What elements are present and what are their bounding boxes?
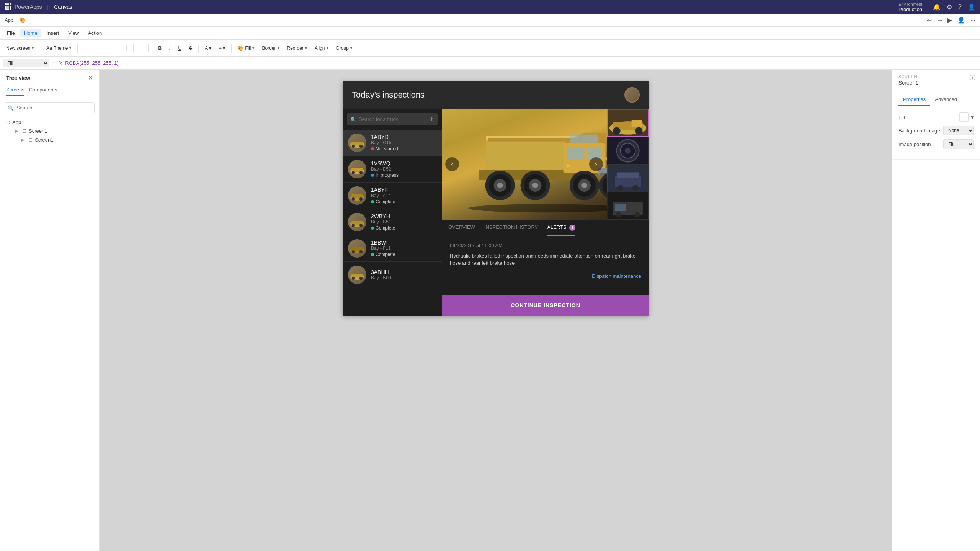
truck-avatar-img-5 — [348, 239, 366, 258]
truck-avatar-5 — [348, 239, 366, 258]
app-btn[interactable]: App — [5, 17, 13, 23]
status-dot-2 — [371, 174, 374, 177]
align-layout-button[interactable]: Align ▾ — [312, 44, 332, 52]
main-area: Tree view ✕ Screens Components 🔍 ⬡ App ▶… — [0, 70, 980, 551]
toolbar-divider-1 — [40, 44, 40, 53]
screen-section-label: SCREEN — [898, 74, 974, 79]
bold-button[interactable]: B — [155, 44, 165, 52]
fill-color-swatch[interactable] — [959, 112, 969, 122]
property-select[interactable]: Fill — [3, 59, 49, 67]
reorder-button[interactable]: Reorder ▾ — [284, 44, 310, 52]
play-icon[interactable]: ▶ — [947, 16, 952, 24]
truck-bay-1: Bay - C15 — [371, 140, 437, 145]
status-text-2: In progress — [376, 173, 399, 178]
more-icon[interactable]: ··· — [970, 17, 975, 24]
new-screen-label: New screen — [6, 46, 30, 51]
truck-name-3: 1ABYF — [371, 187, 437, 193]
underline-button[interactable]: U — [175, 44, 185, 52]
group-label: Group — [336, 46, 349, 51]
menu-view[interactable]: View — [64, 29, 83, 37]
right-panel-tab-advanced[interactable]: Advanced — [930, 93, 962, 106]
svg-point-19 — [359, 250, 363, 253]
gear-icon[interactable]: ⚙ — [947, 3, 952, 11]
font-size-input[interactable] — [133, 44, 149, 52]
screen-icon-1: ☐ — [22, 129, 26, 134]
truck-prev-button[interactable]: ‹ — [445, 157, 459, 171]
menu-action[interactable]: Action — [84, 29, 106, 37]
truck-item-2wbyh[interactable]: 2WBYH Bay - B51 Complete — [343, 209, 442, 235]
bell-icon[interactable]: 🔔 — [933, 3, 941, 11]
new-screen-button[interactable]: New screen ▾ — [3, 44, 37, 52]
redo-icon[interactable]: ↪ — [937, 16, 942, 24]
truck-detail: ‹ › — [442, 109, 649, 316]
toolbar-divider-3 — [130, 44, 130, 53]
tab-alerts[interactable]: ALERTS 1 — [547, 220, 575, 236]
truck-item-1vswq[interactable]: 1VSWQ Bay - B52 In progress — [343, 156, 442, 183]
formula-input[interactable] — [65, 60, 977, 66]
right-panel-tab-properties[interactable]: Properties — [898, 93, 930, 106]
truck-mini-svg-6 — [350, 269, 365, 280]
toolbar-divider-6 — [231, 44, 232, 53]
truck-thumb-4[interactable] — [607, 192, 649, 220]
truck-name-5: 1BBWF — [371, 240, 437, 246]
alert-divider — [450, 282, 641, 282]
alert-text: Hydraulic brakes failed inspection and n… — [450, 252, 641, 267]
strikethrough-button[interactable]: S — [186, 44, 195, 52]
svg-point-69 — [635, 212, 640, 218]
continue-inspection-button[interactable]: CONTINUE INSPECTION — [442, 295, 649, 316]
truck-status-2: In progress — [371, 173, 437, 178]
italic-button[interactable]: I — [166, 44, 173, 52]
menu-file[interactable]: File — [3, 29, 19, 37]
sidebar-search-input[interactable] — [5, 102, 95, 113]
sidebar-close-button[interactable]: ✕ — [88, 74, 93, 82]
tree-item-app[interactable]: ⬡ App — [0, 118, 99, 127]
fill-button[interactable]: 🎨 Fill ▾ — [235, 44, 257, 52]
truck-search-icon: 🔍 — [350, 116, 356, 122]
tree-item-screen1-child[interactable]: ▶ ☐ Screen1 — [0, 135, 99, 144]
menu-insert[interactable]: Insert — [43, 29, 63, 37]
right-panel-tabs-section: Properties Advanced Fill ▾ Background im… — [892, 87, 980, 160]
menu-home[interactable]: Home — [20, 29, 41, 37]
truck-item-1abyf[interactable]: 1ABYF Bay - A14 Complete — [343, 183, 442, 209]
svg-point-15 — [359, 224, 363, 227]
dispatch-maintenance-link[interactable]: Dispatch maintenance — [450, 273, 641, 279]
help-icon[interactable]: ? — [958, 3, 962, 10]
font-input[interactable] — [81, 44, 127, 52]
theme-toggle-icon[interactable]: 🎨 — [20, 17, 26, 23]
tree-item-screen1-top[interactable]: ▶ ☐ Screen1 — [0, 127, 99, 135]
help-circle-icon[interactable]: ⓘ — [970, 74, 975, 82]
truck-item-3abhh[interactable]: 3ABHH Bay - B09 — [343, 262, 442, 288]
fill-dropdown-icon[interactable]: ▾ — [971, 114, 974, 121]
truck-status-4: Complete — [371, 225, 437, 231]
truck-name-4: 2WBYH — [371, 213, 437, 219]
tab-screens[interactable]: Screens — [6, 85, 24, 96]
tab-inspection-history[interactable]: INSPECTION HISTORY — [484, 220, 538, 236]
bg-image-select[interactable]: None — [943, 126, 974, 135]
truck-thumb-1[interactable] — [607, 109, 649, 137]
undo-icon[interactable]: ↩ — [927, 16, 932, 24]
truck-mini-svg-2 — [350, 163, 365, 175]
group-button[interactable]: Group ▾ — [333, 44, 355, 52]
toolbar: New screen ▾ Aa Theme ▾ B I U S A ▾ ≡ ▾ … — [0, 40, 980, 57]
truck-search-input[interactable] — [347, 113, 438, 125]
reorder-label: Reorder — [287, 46, 304, 51]
user-icon[interactable]: 👤 — [968, 3, 975, 11]
app-logo[interactable]: PowerApps | Canvas — [5, 3, 72, 10]
img-pos-select[interactable]: Fit — [943, 139, 974, 149]
tab-overview[interactable]: OVERVIEW — [448, 220, 475, 236]
truck-search-container: 🔍 ⇅ — [347, 113, 438, 125]
border-button[interactable]: Border ▾ — [259, 44, 282, 52]
align-button[interactable]: ≡ ▾ — [216, 44, 228, 52]
truck-item-1bbwf[interactable]: 1BBWF Bay - F11 Complete — [343, 235, 442, 262]
truck-item-1abyd[interactable]: 1ABYD Bay - C15 Not started — [343, 130, 442, 156]
truck-next-button[interactable]: › — [589, 157, 603, 171]
theme-button[interactable]: Aa Theme ▾ — [43, 44, 74, 52]
truck-thumb-2[interactable] — [607, 137, 649, 165]
sidebar: Tree view ✕ Screens Components 🔍 ⬡ App ▶… — [0, 70, 100, 551]
person-icon[interactable]: 👤 — [957, 16, 965, 24]
truck-mini-svg-3 — [350, 190, 365, 201]
filter-icon[interactable]: ⇅ — [430, 116, 434, 122]
truck-thumb-3[interactable] — [607, 165, 649, 192]
text-color-button[interactable]: A ▾ — [202, 44, 214, 52]
tab-components[interactable]: Components — [29, 85, 57, 96]
